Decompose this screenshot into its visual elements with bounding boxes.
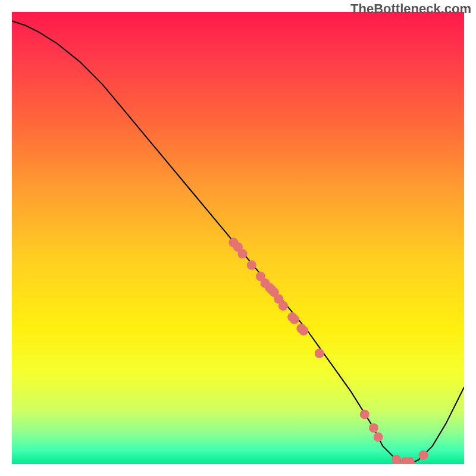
plot-area [12, 12, 464, 464]
data-point [238, 249, 248, 259]
data-point [369, 423, 378, 433]
data-point [290, 315, 299, 324]
data-point [374, 432, 383, 441]
chart-container: TheBottleneck.com [0, 0, 476, 476]
data-point [299, 326, 308, 336]
data-point [392, 455, 401, 464]
data-point [360, 409, 369, 419]
data-point [247, 261, 256, 270]
data-point [278, 301, 288, 311]
watermark-text: TheBottleneck.com [350, 1, 471, 17]
data-point [315, 349, 324, 358]
chart-background [12, 12, 464, 464]
chart-svg [12, 12, 464, 464]
data-point [419, 450, 428, 460]
